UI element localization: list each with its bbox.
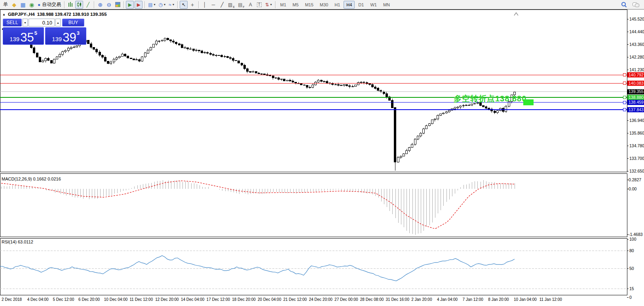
symbol-period-label: GBPJPY-,H4 (8, 12, 35, 17)
chevron-down-icon: ▾ (173, 3, 174, 6)
crosshair-button[interactable]: + (188, 1, 196, 9)
timeframe-m30-button[interactable]: M30 (317, 1, 331, 9)
zoom-in-button[interactable]: ⊕ (96, 1, 104, 9)
timeframe-m15-button[interactable]: M15 (302, 1, 316, 9)
rsi-panel[interactable] (0, 239, 627, 295)
time-axis-label: 6 Dec 20:00 (78, 297, 100, 302)
timeframe-w1-button[interactable]: W1 (367, 1, 380, 9)
time-axis-label: 14 Dec 04:00 (181, 297, 205, 302)
candlestick-button[interactable] (75, 1, 83, 9)
panel-splitter-macd[interactable] (0, 172, 627, 173)
crosshair-icon: + (191, 2, 194, 8)
fibonacci-button-sub-label: F (243, 6, 244, 8)
periods-menu-button[interactable]: ◷▾ (158, 1, 167, 9)
time-axis-label: 11 Jan 12:00 (540, 297, 562, 302)
arrows-button[interactable]: ⇅▾ (264, 1, 273, 9)
chevron-down-icon: ▾ (164, 3, 165, 6)
volume-input[interactable]: 0.10 (28, 19, 55, 27)
autotrading-button-label: 自动交易 (42, 1, 61, 8)
new-order-button[interactable]: 单 (2, 1, 9, 9)
horizontal-line-icon: ─ (212, 2, 215, 7)
volume-down-button[interactable]: ▼ (23, 19, 28, 27)
navigator-icon: ◉ (29, 2, 34, 8)
vertical-line-icon: │ (203, 2, 206, 7)
toolbar-separator (123, 1, 124, 8)
sell-button[interactable]: SELL (3, 19, 22, 27)
time-axis-label: 2 Jan 20:00 (411, 297, 432, 302)
trade-panel-controls: SELL ▼ 0.10 ▲ BUY (3, 19, 86, 27)
price-tick-label: 145.520 (629, 17, 644, 21)
pivot-line-handle[interactable] (623, 96, 626, 99)
fibonacci-button[interactable]: ▤F (237, 1, 246, 9)
cursor-icon: ↖ (182, 2, 186, 7)
chart-shift-button[interactable]: ▶ (126, 1, 134, 9)
search-button[interactable] (620, 1, 628, 9)
resistance-line-1-price-label: 140.792 (629, 72, 644, 77)
buy-button[interactable]: BUY (62, 19, 84, 27)
time-axis-label: 20 Dec 04:00 (258, 297, 281, 302)
timeframe-m1-button[interactable]: M1 (277, 1, 289, 9)
chart-canvas[interactable]: 140.792140.083139.355138.880138.459137.8… (0, 0, 644, 306)
auto-scroll-button[interactable]: ▶ (135, 1, 142, 9)
resistance-line-2-handle[interactable] (623, 82, 626, 85)
cursor-button[interactable]: ↖ (180, 1, 188, 9)
chat-button[interactable] (631, 1, 640, 9)
text-label-button[interactable]: T (255, 1, 263, 9)
toolbar-separator (177, 1, 178, 8)
trendline-button[interactable]: ╱ (218, 1, 226, 9)
price-tick-label: 141.230 (629, 67, 644, 72)
tile-windows-button[interactable] (114, 1, 122, 9)
time-axis-label: 21 Dec 12:00 (283, 297, 307, 302)
support-line-1-handle[interactable] (623, 101, 626, 104)
price-tick-label: 143.360 (629, 42, 644, 47)
zoom-out-button[interactable]: ⊖ (105, 1, 113, 9)
chevron-down-icon: ▾ (270, 3, 272, 6)
bar-chart-button[interactable] (66, 1, 74, 9)
timeframe-mn-button[interactable]: MN (380, 1, 393, 9)
toolbar-separator (144, 1, 145, 8)
time-axis-label: 2 Dec 2018 (2, 297, 22, 302)
price-tick-label: 135.860 (629, 131, 644, 135)
data-window-button[interactable]: ▦ (19, 1, 27, 9)
pivot-annotation-text[interactable]: 多空转折点138.880 (454, 93, 526, 104)
time-axis-label: 11 Dec 12:00 (130, 297, 153, 302)
trade-panel-prices: 139 35 5 139 39 3 (3, 27, 86, 45)
resistance-line-1-handle[interactable] (623, 74, 626, 76)
time-axis-label: 18 Dec 20:00 (232, 297, 256, 302)
pivot-highlight-box[interactable] (523, 99, 534, 105)
timeframe-h1-button[interactable]: H1 (332, 1, 343, 9)
autotrading-button[interactable]: ●自动交易 (36, 1, 62, 9)
market-watch-button[interactable]: ◆ (10, 1, 18, 9)
new-chart-button[interactable]: ▤▾ (147, 1, 156, 9)
auto-scroll-icon: ▶ (137, 2, 141, 7)
clock-icon: ◷ (159, 2, 163, 7)
price-tick-label: 132.650 (629, 169, 644, 173)
support-line-2-handle[interactable] (623, 108, 626, 111)
templates-menu-button[interactable]: ≈▾ (167, 1, 175, 9)
volume-up-button[interactable]: ▲ (55, 19, 61, 27)
support-line-1-price-label: 138.459 (629, 100, 644, 105)
timeframe-h4-button[interactable]: H4 (344, 1, 355, 9)
horizontal-line-button[interactable]: ─ (209, 1, 217, 9)
sell-price-button[interactable]: 139 35 5 (3, 27, 44, 45)
collapse-icon[interactable]: ▲ (2, 13, 6, 16)
new-order-button-label: 单 (3, 1, 8, 8)
main-chart-panel[interactable] (0, 10, 627, 172)
line-chart-icon: ╱ (87, 2, 89, 7)
market-watch-icon: ◆ (12, 2, 17, 8)
navigator-button[interactable]: ◉ (28, 1, 36, 9)
panel-splitter-rsi[interactable] (0, 237, 627, 238)
timeframe-m5-button[interactable]: M5 (290, 1, 301, 9)
time-axis-label: 10 Jan 04:00 (514, 297, 537, 302)
bid-prefix: 139 (9, 36, 19, 42)
vertical-line-button[interactable]: │ (201, 1, 209, 9)
text-button[interactable]: A (247, 1, 255, 9)
timeframe-d1-button[interactable]: D1 (355, 1, 367, 9)
rsi-tick-label: 80 (629, 248, 634, 253)
line-chart-button[interactable]: ╱ (84, 1, 92, 9)
time-axis-label: 17 Dec 12:00 (207, 297, 230, 302)
trendline-icon: ╱ (220, 2, 223, 7)
buy-price-button[interactable]: 139 39 3 (45, 27, 86, 45)
equidistant-channel-button[interactable]: ▨E (227, 1, 236, 9)
macd-panel[interactable] (0, 174, 627, 237)
